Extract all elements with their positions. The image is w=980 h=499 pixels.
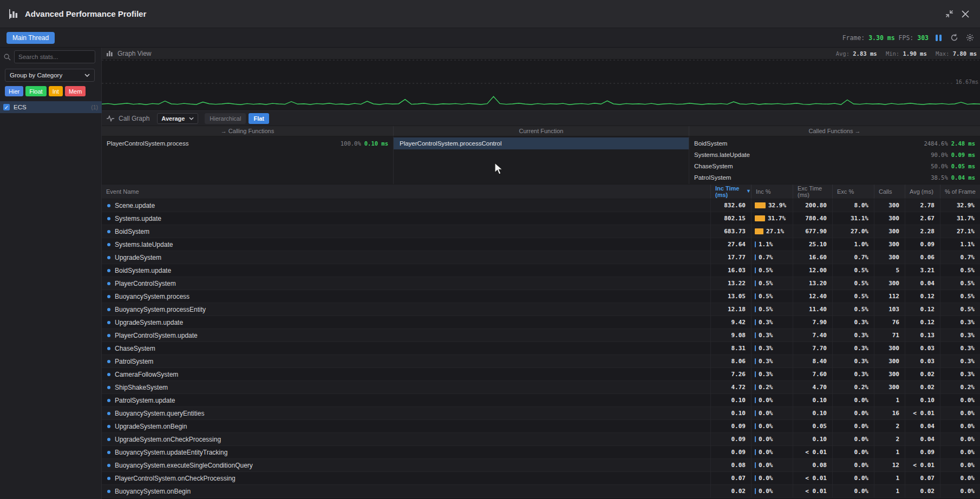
filter-chip-mem[interactable]: Mem <box>65 86 86 96</box>
table-row[interactable]: Systems.update802.1531.7%780.4031.1%3002… <box>102 212 980 225</box>
inc-pct-bar <box>755 280 756 286</box>
exc-time-cell: 780.40 <box>793 212 833 225</box>
calls-cell: 112 <box>874 290 905 303</box>
column-header-event-name[interactable]: Event Name <box>102 185 711 199</box>
refresh-button[interactable] <box>948 32 960 44</box>
column-header-exc-pct[interactable]: Exc % <box>833 185 874 199</box>
frame-pct-cell: 0.3% <box>940 329 980 342</box>
column-header-exc-time[interactable]: Exc Time (ms) <box>793 185 833 199</box>
event-name-cell: CameraFollowSystem <box>102 368 711 381</box>
group-by-select[interactable]: Group by Category <box>5 69 95 82</box>
hierarchical-button[interactable]: Hierarchical <box>205 113 246 124</box>
close-button[interactable] <box>957 6 974 22</box>
filter-chip-int[interactable]: Int <box>49 86 63 96</box>
column-header-inc-pct[interactable]: Inc % <box>752 185 793 199</box>
call-graph-toolbar: Call Graph Average Hierarchical Flat <box>102 110 980 126</box>
table-row[interactable]: UpgradeSystem17.770.7%16.600.7%3000.060.… <box>102 251 980 264</box>
frame-pct-cell: 0.3% <box>940 368 980 381</box>
avg-cell: < 0.01 <box>905 407 940 420</box>
frame-pct-cell: 0.3% <box>940 342 980 355</box>
calls-cell: 1 <box>874 485 905 498</box>
graph-view-title: Graph View <box>117 50 151 57</box>
inc-time-cell: 0.08 <box>711 459 752 472</box>
exc-time-cell: 4.70 <box>793 381 833 394</box>
event-dot-icon <box>107 334 110 337</box>
flat-button[interactable]: Flat <box>249 113 269 124</box>
event-name-cell: ShipShakeSystem <box>102 381 711 394</box>
sidebar-item-ecs[interactable]: ✓ ECS (1) <box>0 101 102 113</box>
table-row[interactable]: BoidSystem683.7327.1%677.9027.0%3002.282… <box>102 225 980 238</box>
inc-pct-bar <box>755 306 756 312</box>
exc-pct-cell: 0.0% <box>833 446 874 459</box>
column-header-calls[interactable]: Calls <box>874 185 905 199</box>
stats-sidebar: Group by Category HierFloatIntMem ✓ ECS … <box>0 48 102 499</box>
main-thread-button[interactable]: Main Thread <box>6 32 55 44</box>
frame-time-summary: Avg: 2.83 ms Min: 1.90 ms Max: 7.80 ms <box>831 50 977 57</box>
called-function-row[interactable]: ChaseSystem50.0%0.05 ms <box>689 160 980 172</box>
table-row[interactable]: CameraFollowSystem7.260.3%7.600.3%3000.0… <box>102 368 980 381</box>
event-dot-icon <box>107 373 110 376</box>
filter-chip-float[interactable]: Float <box>25 86 46 96</box>
current-function-row[interactable]: PlayerControlSystem.processControl <box>394 137 689 149</box>
main-panel: Graph View Avg: 2.83 ms Min: 1.90 ms Max… <box>102 48 980 499</box>
event-name-cell: Systems.update <box>102 212 711 225</box>
minimize-button[interactable] <box>941 6 957 22</box>
table-row[interactable]: Systems.lateUpdate27.641.1%25.101.0%3000… <box>102 238 980 251</box>
function-timing: 90.0%0.09 ms <box>931 152 975 158</box>
function-timing: 50.0%0.05 ms <box>931 163 975 169</box>
filter-chip-hier[interactable]: Hier <box>5 86 23 96</box>
table-row[interactable]: PatrolSystem8.060.3%8.400.3%3000.030.3% <box>102 355 980 368</box>
table-row[interactable]: BuoyancySystem.executeSingleConditionQue… <box>102 459 980 472</box>
pause-button[interactable] <box>932 32 944 44</box>
table-row[interactable]: BuoyancySystem.updateEntityTracking0.090… <box>102 446 980 459</box>
function-name: BoidSystem <box>694 140 924 147</box>
search-input[interactable] <box>14 50 95 63</box>
table-row[interactable]: BuoyancySystem.processEntity12.180.5%11.… <box>102 303 980 316</box>
event-name-cell: Systems.lateUpdate <box>102 238 711 251</box>
inc-pct-cell: 0.3% <box>752 316 793 329</box>
frame-time-graph[interactable]: 16.67ms <box>102 60 980 110</box>
avg-cell: 0.03 <box>905 355 940 368</box>
table-row[interactable]: PlayerControlSystem.onCheckProcessing0.0… <box>102 472 980 485</box>
inc-pct-bar <box>755 371 756 377</box>
settings-button[interactable] <box>964 32 976 44</box>
inc-pct-bar <box>755 384 756 390</box>
avg-cell: 0.02 <box>905 485 940 498</box>
inc-pct-cell: 32.9% <box>752 199 793 212</box>
column-header-inc-time[interactable]: Inc Time (ms)▼ <box>711 185 752 199</box>
called-function-row[interactable]: Systems.lateUpdate90.0%0.09 ms <box>689 149 980 160</box>
table-row[interactable]: UpgradeSystem.onCheckProcessing0.090.0%0… <box>102 433 980 446</box>
chevron-down-icon <box>84 74 90 77</box>
gear-icon <box>966 34 974 42</box>
table-row[interactable]: UpgradeSystem.update9.420.3%7.900.3%760.… <box>102 316 980 329</box>
table-row[interactable]: ShipShakeSystem4.720.2%4.700.2%3000.020.… <box>102 381 980 394</box>
table-row[interactable]: UpgradeSystem.onBegin0.090.0%0.050.0%20.… <box>102 420 980 433</box>
called-function-row[interactable]: BoidSystem2484.6%2.48 ms <box>689 137 980 149</box>
table-row[interactable]: Scene.update832.6032.9%200.808.0%3002.78… <box>102 199 980 212</box>
inc-pct-cell: 0.0% <box>752 394 793 407</box>
refresh-icon <box>950 34 958 42</box>
table-row[interactable]: BuoyancySystem.process13.050.5%12.400.5%… <box>102 290 980 303</box>
column-header-frame-pct[interactable]: % of Frame <box>940 185 980 199</box>
event-name-cell: UpgradeSystem <box>102 251 711 264</box>
inc-pct-cell: 0.0% <box>752 407 793 420</box>
frame-pct-cell: 0.3% <box>940 316 980 329</box>
inc-pct-cell: 0.5% <box>752 264 793 277</box>
column-header-avg[interactable]: Avg (ms) <box>905 185 940 199</box>
table-row[interactable]: PlayerControlSystem13.220.5%13.200.5%300… <box>102 277 980 290</box>
table-row[interactable]: BuoyancySystem.queryEntities0.100.0%0.10… <box>102 407 980 420</box>
calls-cell: 300 <box>874 355 905 368</box>
calling-function-row[interactable]: PlayerControlSystem.process100.0%0.10 ms <box>102 137 393 149</box>
calls-cell: 12 <box>874 459 905 472</box>
table-row[interactable]: BoidSystem.update16.030.5%12.000.5%53.21… <box>102 264 980 277</box>
called-function-row[interactable]: PatrolSystem38.5%0.04 ms <box>689 172 980 183</box>
ecs-checkbox[interactable]: ✓ <box>3 104 10 110</box>
event-dot-icon <box>107 308 110 311</box>
table-row[interactable]: BuoyancySystem.onBegin0.020.0%< 0.010.0%… <box>102 485 980 498</box>
table-row[interactable]: ChaseSystem8.310.3%7.700.3%3000.030.3% <box>102 342 980 355</box>
table-row[interactable]: PlayerControlSystem.update9.080.3%7.400.… <box>102 329 980 342</box>
table-row[interactable]: PatrolSystem.update0.100.0%0.100.0%10.10… <box>102 394 980 407</box>
inc-time-cell: 802.15 <box>711 212 752 225</box>
average-select[interactable]: Average <box>157 113 198 124</box>
frame-time-sparkline <box>102 60 980 110</box>
